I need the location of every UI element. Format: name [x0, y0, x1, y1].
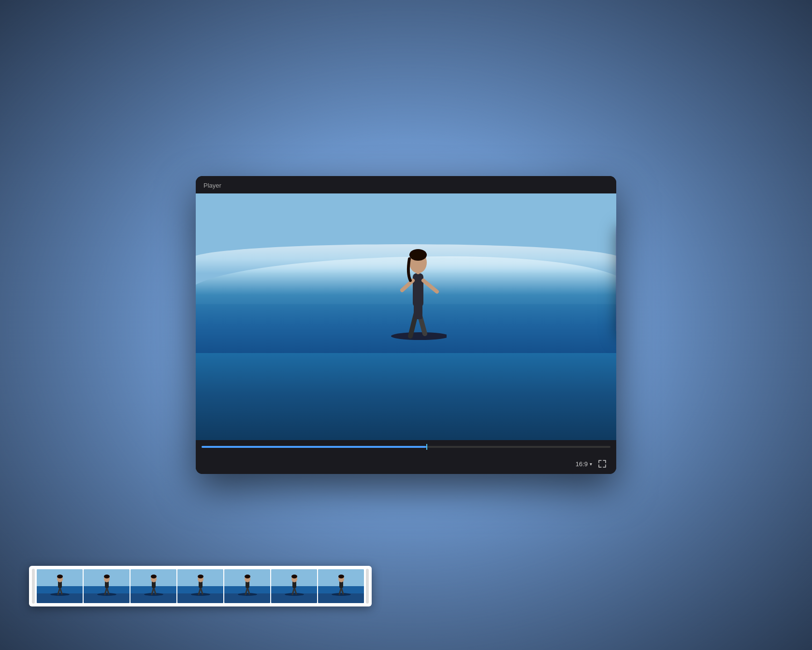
film-frame-3 — [130, 569, 176, 603]
svg-rect-11 — [202, 446, 610, 448]
filmstrip — [29, 566, 372, 606]
filmstrip-wrapper — [29, 566, 372, 606]
film-frame-4 — [177, 569, 223, 603]
svg-point-42 — [191, 593, 210, 596]
video-area: Video Audio Speed Animation Speed — [196, 193, 616, 440]
player-window: Player — [196, 176, 616, 474]
aspect-ratio-label: 16:9 — [576, 460, 588, 468]
svg-point-56 — [245, 575, 250, 578]
timeline-bar[interactable] — [196, 440, 616, 454]
surfer-figure — [389, 220, 447, 346]
svg-point-51 — [238, 593, 257, 596]
svg-point-20 — [57, 575, 63, 578]
svg-point-69 — [332, 593, 351, 596]
film-frame-1 — [37, 569, 83, 603]
player-bottom-bar: 16:9 ▾ — [196, 454, 616, 474]
svg-point-65 — [291, 575, 297, 578]
svg-point-15 — [50, 593, 70, 596]
chevron-down-icon: ▾ — [590, 461, 592, 467]
svg-point-0 — [391, 332, 447, 340]
fullscreen-button[interactable] — [598, 459, 607, 468]
svg-point-33 — [144, 593, 163, 596]
timeline-track[interactable] — [202, 446, 610, 448]
scene: Player — [0, 0, 812, 650]
film-frame-7 — [318, 569, 364, 603]
svg-line-4 — [423, 281, 437, 292]
svg-point-24 — [97, 593, 116, 596]
timeline-ticks — [202, 446, 610, 448]
filmstrip-handle-left[interactable] — [32, 569, 35, 604]
svg-point-8 — [409, 249, 427, 261]
water-surface — [196, 348, 616, 440]
svg-line-5 — [402, 281, 413, 290]
film-frame-2 — [84, 569, 130, 603]
svg-point-47 — [198, 575, 203, 578]
svg-rect-3 — [413, 273, 423, 307]
svg-point-60 — [285, 593, 304, 596]
timeline-cursor — [426, 444, 427, 450]
aspect-ratio-button[interactable]: 16:9 ▾ — [576, 460, 592, 468]
player-title: Player — [203, 182, 221, 189]
svg-point-38 — [151, 575, 157, 578]
film-frame-5 — [224, 569, 270, 603]
filmstrip-handle-right[interactable] — [366, 569, 369, 604]
player-titlebar: Player — [196, 176, 616, 193]
film-frame-6 — [271, 569, 317, 603]
fullscreen-icon — [598, 459, 607, 468]
svg-rect-9 — [414, 305, 422, 319]
svg-point-29 — [104, 575, 110, 578]
svg-point-74 — [338, 575, 344, 578]
